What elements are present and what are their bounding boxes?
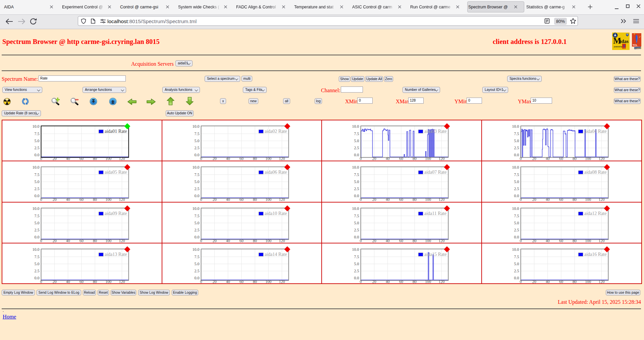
svg-text:80: 80 — [93, 197, 97, 202]
svg-text:20: 20 — [532, 197, 536, 202]
svg-text:10.0: 10.0 — [512, 124, 519, 129]
svg-text:5.0: 5.0 — [514, 220, 519, 225]
svg-text:aida06 Rate: aida06 Rate — [265, 170, 287, 175]
svg-text:40: 40 — [386, 197, 390, 202]
svg-text:aida11 Rate: aida11 Rate — [424, 211, 446, 216]
svg-text:120: 120 — [439, 197, 445, 202]
svg-text:60: 60 — [239, 238, 244, 243]
svg-text:120: 120 — [439, 279, 445, 284]
svg-text:5.0: 5.0 — [514, 138, 519, 143]
svg-text:10.0: 10.0 — [352, 206, 359, 211]
svg-text:60: 60 — [79, 197, 84, 202]
svg-text:2.5: 2.5 — [35, 146, 40, 150]
svg-text:10.0: 10.0 — [33, 247, 40, 252]
svg-text:80: 80 — [93, 279, 97, 284]
svg-text:2.5: 2.5 — [194, 186, 199, 191]
svg-text:20: 20 — [53, 279, 57, 284]
svg-text:2.5: 2.5 — [35, 269, 40, 273]
svg-text:60: 60 — [239, 279, 244, 284]
svg-text:0.0: 0.0 — [35, 235, 40, 239]
svg-text:40: 40 — [226, 279, 230, 284]
svg-text:100: 100 — [425, 156, 431, 161]
svg-text:TCL: TCL — [633, 44, 638, 47]
svg-text:2.5: 2.5 — [354, 186, 359, 191]
svg-text:60: 60 — [559, 156, 563, 161]
svg-text:100: 100 — [585, 279, 591, 284]
svg-text:7.5: 7.5 — [354, 172, 359, 177]
svg-text:0: 0 — [520, 279, 522, 284]
svg-text:10.0: 10.0 — [352, 247, 359, 252]
svg-text:aida09 Rate: aida09 Rate — [105, 211, 127, 216]
svg-text:2.5: 2.5 — [194, 146, 199, 150]
svg-text:120: 120 — [279, 279, 285, 284]
svg-text:0.0: 0.0 — [194, 194, 199, 199]
svg-text:7.5: 7.5 — [354, 213, 359, 218]
svg-text:60: 60 — [559, 197, 563, 202]
svg-text:2.5: 2.5 — [354, 146, 359, 150]
svg-text:100: 100 — [105, 197, 111, 202]
svg-text:5.0: 5.0 — [354, 262, 359, 266]
svg-text:100: 100 — [585, 238, 591, 243]
svg-text:aida12 Rate: aida12 Rate — [584, 211, 606, 216]
svg-text:20: 20 — [372, 156, 376, 161]
svg-text:20: 20 — [212, 279, 216, 284]
svg-text:0.0: 0.0 — [35, 194, 40, 199]
svg-text:20: 20 — [532, 279, 536, 284]
svg-text:0: 0 — [520, 238, 522, 243]
svg-text:100: 100 — [105, 279, 111, 284]
svg-text:80: 80 — [413, 156, 417, 161]
svg-text:10.0: 10.0 — [352, 124, 359, 129]
svg-text:powered by: powered by — [614, 46, 623, 48]
svg-text:20: 20 — [212, 197, 216, 202]
svg-text:10.0: 10.0 — [33, 206, 40, 211]
svg-text:80: 80 — [413, 279, 417, 284]
svg-text:60: 60 — [79, 238, 84, 243]
svg-text:7.5: 7.5 — [194, 131, 199, 136]
svg-text:40: 40 — [226, 156, 230, 161]
svg-text:2.5: 2.5 — [514, 186, 519, 191]
svg-text:7.5: 7.5 — [194, 254, 199, 259]
svg-text:2.5: 2.5 — [354, 228, 359, 232]
svg-text:0.0: 0.0 — [354, 153, 359, 157]
svg-text:5.0: 5.0 — [35, 220, 40, 225]
svg-text:60: 60 — [399, 197, 403, 202]
svg-text:120: 120 — [599, 156, 605, 161]
svg-text:40: 40 — [546, 156, 550, 161]
svg-text:10.0: 10.0 — [192, 206, 199, 211]
svg-text:120: 120 — [439, 156, 445, 161]
svg-text:60: 60 — [559, 279, 563, 284]
svg-text:100: 100 — [105, 156, 111, 161]
svg-text:0: 0 — [200, 238, 202, 243]
svg-text:aida07 Rate: aida07 Rate — [424, 170, 446, 175]
svg-text:5.0: 5.0 — [354, 138, 359, 143]
svg-text:0: 0 — [520, 156, 522, 161]
svg-text:80: 80 — [253, 156, 257, 161]
svg-text:120: 120 — [119, 279, 125, 284]
svg-text:100: 100 — [585, 156, 591, 161]
svg-text:5.0: 5.0 — [354, 220, 359, 225]
svg-text:100: 100 — [425, 238, 431, 243]
svg-text:aida15 Rate: aida15 Rate — [424, 252, 446, 257]
svg-text:7.5: 7.5 — [354, 254, 359, 259]
svg-text:10.0: 10.0 — [512, 206, 519, 211]
svg-text:0.0: 0.0 — [35, 153, 40, 157]
svg-text:0: 0 — [200, 279, 202, 284]
svg-text:100: 100 — [265, 279, 271, 284]
svg-text:0: 0 — [360, 238, 362, 243]
svg-text:2.5: 2.5 — [514, 146, 519, 150]
svg-text:0.0: 0.0 — [354, 276, 359, 280]
svg-text:10.0: 10.0 — [33, 124, 40, 129]
svg-text:POWERED: POWERED — [623, 48, 628, 49]
svg-text:80: 80 — [253, 279, 257, 284]
svg-text:aida16 Rate: aida16 Rate — [584, 252, 606, 257]
svg-text:0: 0 — [40, 279, 42, 284]
svg-text:20: 20 — [212, 156, 216, 161]
svg-text:0.0: 0.0 — [354, 235, 359, 239]
svg-text:10.0: 10.0 — [192, 247, 199, 252]
svg-text:7.5: 7.5 — [35, 172, 40, 177]
svg-text:80: 80 — [93, 156, 97, 161]
svg-text:5.0: 5.0 — [514, 262, 519, 266]
svg-text:100: 100 — [265, 238, 271, 243]
svg-text:60: 60 — [399, 156, 403, 161]
svg-text:0: 0 — [520, 197, 522, 202]
